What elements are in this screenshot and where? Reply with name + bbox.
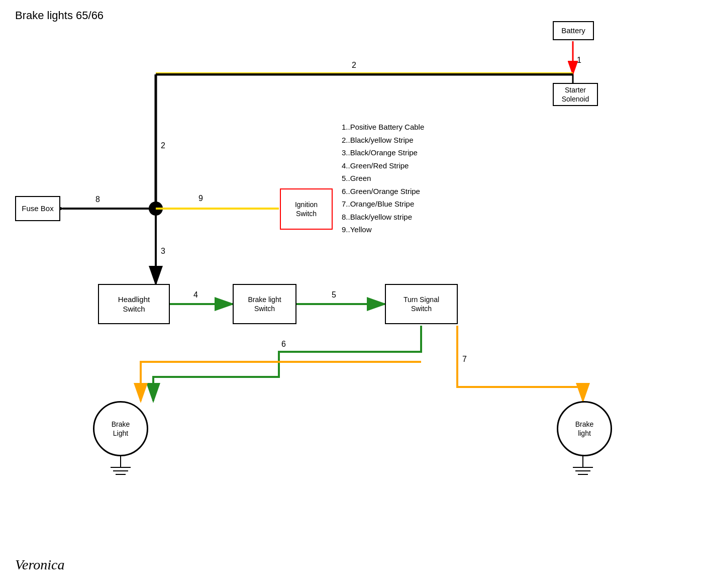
legend-item-8: 8..Black/yellow stripe xyxy=(342,211,424,224)
legend-item-3: 3..Black/Orange Stripe xyxy=(342,146,424,159)
battery-box: Battery xyxy=(553,21,594,40)
wire-label-3: 3 xyxy=(161,247,165,255)
legend-item-7: 7..Orange/Blue Stripe xyxy=(342,198,424,211)
wire-label-2a: 2 xyxy=(352,61,356,69)
wire-label-9: 9 xyxy=(198,194,203,203)
ignition-switch-box: Ignition Switch xyxy=(280,188,333,230)
wire-label-4: 4 xyxy=(193,290,198,299)
legend-item-9: 9..Yellow xyxy=(342,223,424,236)
brake-light-left-box: Brake Light xyxy=(93,401,148,456)
turn-signal-switch-box: Turn Signal Switch xyxy=(385,284,458,324)
legend-item-4: 4..Green/Red Stripe xyxy=(342,159,424,172)
wire-label-5: 5 xyxy=(332,290,336,299)
wire-label-2b: 2 xyxy=(161,141,165,150)
brake-light-right-box: Brake light xyxy=(557,401,612,456)
legend-item-5: 5..Green xyxy=(342,172,424,185)
legend: 1..Positive Battery Cable 2..Black/yello… xyxy=(342,121,424,236)
signature: Veronica xyxy=(15,557,65,573)
fuse-box: Fuse Box xyxy=(15,196,60,221)
wire-label-1: 1 xyxy=(577,56,581,64)
legend-item-1: 1..Positive Battery Cable xyxy=(342,121,424,134)
wire-label-7: 7 xyxy=(462,355,467,363)
wire-label-8: 8 xyxy=(95,195,100,204)
headlight-switch-box: Headlight Switch xyxy=(98,284,170,324)
starter-solenoid-box: Starter Solenoid xyxy=(553,83,598,106)
legend-item-2: 2..Black/yellow Stripe xyxy=(342,134,424,147)
brake-light-switch-box: Brake light Switch xyxy=(233,284,296,324)
wire-label-6: 6 xyxy=(281,340,286,348)
legend-item-6: 6..Green/Orange Stripe xyxy=(342,185,424,198)
